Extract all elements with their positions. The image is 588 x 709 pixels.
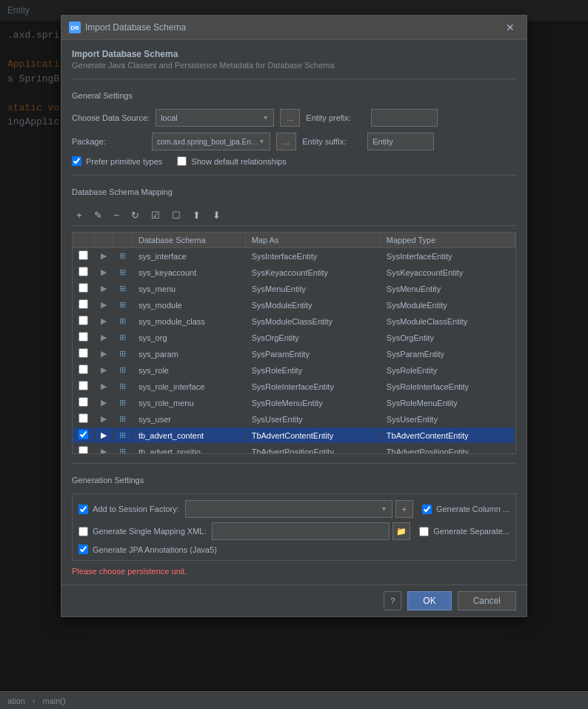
row-checkbox-cell[interactable] <box>73 395 95 411</box>
row-expand-cell[interactable]: ▶ <box>95 346 113 362</box>
row-checkbox-cell[interactable] <box>73 346 95 362</box>
entity-suffix-input[interactable] <box>367 133 434 150</box>
gen-separate-checkbox[interactable] <box>419 527 429 536</box>
row-expand-cell[interactable]: ▶ <box>95 281 113 297</box>
row-checkbox-cell[interactable] <box>73 330 95 346</box>
gen-separate-checkbox-label[interactable]: Generate Separate... <box>419 527 510 536</box>
row-checkbox[interactable] <box>78 397 88 407</box>
row-checkbox-cell[interactable] <box>73 362 95 379</box>
table-row[interactable]: ▶ ⊞ sys_menu SysMenuEntity SysMenuEntity <box>73 281 515 297</box>
th-mapas: Map As <box>245 233 380 248</box>
gen-column-checkbox-label[interactable]: Generate Column ... <box>422 505 510 514</box>
row-checkbox[interactable] <box>78 446 88 454</box>
row-expand-cell[interactable]: ▶ <box>95 313 113 330</box>
move-down-btn[interactable]: ⬇ <box>208 208 225 222</box>
row-checkbox[interactable] <box>78 413 88 423</box>
table-row[interactable]: ▶ ⊞ sys_org SysOrgEntity SysOrgEntity <box>73 330 515 346</box>
row-checkbox-cell[interactable] <box>73 248 95 264</box>
row-checkbox-cell[interactable] <box>73 379 95 395</box>
table-row[interactable]: ▶ ⊞ sys_module SysModuleEntity SysModule… <box>73 297 515 313</box>
help-button[interactable]: ? <box>384 591 401 610</box>
refresh-btn[interactable]: ↻ <box>127 208 144 222</box>
gen-single-checkbox[interactable] <box>78 527 88 536</box>
data-source-browse-btn[interactable]: ... <box>280 109 300 127</box>
row-expand-cell[interactable]: ▶ <box>95 444 113 455</box>
row-expand-cell[interactable]: ▶ <box>95 395 113 411</box>
session-add-btn[interactable]: + <box>395 500 413 518</box>
row-expand-cell[interactable]: ▶ <box>95 427 113 444</box>
table-row[interactable]: ▶ ⊞ sys_role_interface SysRoleInterfaceE… <box>73 379 515 395</box>
row-checkbox-cell[interactable] <box>73 427 95 444</box>
row-checkbox[interactable] <box>78 332 88 342</box>
row-expand-cell[interactable]: ▶ <box>95 411 113 427</box>
gen-settings-section: Add to Session Factory: ▼ + Generate Col… <box>72 493 516 561</box>
table-row[interactable]: ▶ ⊞ sys_keyaccount SysKeyaccountEntity S… <box>73 264 515 281</box>
table-row[interactable]: ▶ ⊞ sys_role SysRoleEntity SysRoleEntity <box>73 362 515 379</box>
table-toolbar: + ✎ − ↻ ☑ ☐ ⬆ ⬇ <box>72 205 516 226</box>
row-checkbox-cell[interactable] <box>73 444 95 455</box>
row-schema: sys_keyaccount <box>133 264 246 281</box>
remove-btn[interactable]: − <box>110 208 124 222</box>
row-mapas: SysKeyaccountEntity <box>245 264 380 281</box>
table-row[interactable]: ▶ ⊞ tb_advert_positio TbAdvertPositionEn… <box>73 444 515 455</box>
row-checkbox-cell[interactable] <box>73 411 95 427</box>
package-label: Package: <box>72 137 146 146</box>
row-schema: sys_role_interface <box>133 379 246 395</box>
row-checkbox-cell[interactable] <box>73 281 95 297</box>
close-button[interactable]: ✕ <box>501 20 519 35</box>
row-checkbox[interactable] <box>78 316 88 325</box>
row-checkbox[interactable] <box>78 250 88 260</box>
check-all-btn[interactable]: ☑ <box>147 208 164 222</box>
prefer-primitive-checkbox[interactable] <box>72 156 81 166</box>
gen-settings-label: Generation Settings <box>72 476 516 485</box>
data-source-combo[interactable]: local ▼ <box>156 109 274 127</box>
gen-column-checkbox[interactable] <box>422 505 432 514</box>
row-checkbox-cell[interactable] <box>73 297 95 313</box>
row-expand-cell[interactable]: ▶ <box>95 248 113 264</box>
package-browse-btn[interactable]: ... <box>276 133 296 150</box>
row-expand-cell[interactable]: ▶ <box>95 362 113 379</box>
table-row[interactable]: ▶ ⊞ tb_advert_content TbAdvertContentEnt… <box>73 427 515 444</box>
row-checkbox[interactable] <box>78 365 88 374</box>
cancel-button[interactable]: Cancel <box>458 591 516 610</box>
table-row[interactable]: ▶ ⊞ sys_param SysParamEntity SysParamEnt… <box>73 346 515 362</box>
table-row[interactable]: ▶ ⊞ sys_role_menu SysRoleMenuEntity SysR… <box>73 395 515 411</box>
row-checkbox[interactable] <box>78 348 88 358</box>
row-checkbox[interactable] <box>78 283 88 293</box>
session-combo[interactable]: ▼ <box>185 500 392 518</box>
edit-btn[interactable]: ✎ <box>90 208 107 222</box>
single-mapping-browse-btn[interactable]: 📁 <box>392 522 410 540</box>
table-row[interactable]: ▶ ⊞ sys_interface SysInterfaceEntity Sys… <box>73 248 515 264</box>
move-up-btn[interactable]: ⬆ <box>188 208 205 222</box>
show-default-rel-checkbox[interactable] <box>177 156 187 166</box>
show-default-rel-checkbox-label[interactable]: Show default relationships <box>177 156 286 166</box>
row-checkbox[interactable] <box>78 267 88 276</box>
add-session-checkbox[interactable] <box>78 505 88 514</box>
table-icon: ⊞ <box>119 430 126 439</box>
row-expand-cell[interactable]: ▶ <box>95 264 113 281</box>
gen-jpa-checkbox-label[interactable]: Generate JPA Annotations (Java5) <box>78 545 217 554</box>
general-settings-label: General Settings <box>72 91 516 100</box>
add-session-checkbox-label[interactable]: Add to Session Factory: <box>78 505 179 514</box>
row-checkbox[interactable] <box>78 299 88 309</box>
row-expand-cell[interactable]: ▶ <box>95 379 113 395</box>
row-expand-cell[interactable]: ▶ <box>95 330 113 346</box>
row-expand-cell[interactable]: ▶ <box>95 297 113 313</box>
row-checkbox[interactable] <box>78 430 88 439</box>
show-default-rel-label: Show default relationships <box>191 157 286 166</box>
table-row[interactable]: ▶ ⊞ sys_user SysUserEntity SysUserEntity <box>73 411 515 427</box>
single-mapping-input[interactable] <box>212 522 390 540</box>
row-checkbox-cell[interactable] <box>73 313 95 330</box>
add-btn[interactable]: + <box>72 208 87 222</box>
package-combo[interactable]: com.axd.spring_boot_jpa.Entity ▼ <box>152 133 270 150</box>
table-row[interactable]: ▶ ⊞ sys_module_class SysModuleClassEntit… <box>73 313 515 330</box>
gen-single-checkbox-label[interactable]: Generate Single Mapping XML: <box>78 527 206 536</box>
row-schema: sys_module <box>133 297 246 313</box>
row-checkbox[interactable] <box>78 381 88 390</box>
gen-jpa-checkbox[interactable] <box>78 545 88 554</box>
prefer-primitive-checkbox-label[interactable]: Prefer primitive types <box>72 156 162 166</box>
row-checkbox-cell[interactable] <box>73 264 95 281</box>
uncheck-all-btn[interactable]: ☐ <box>167 208 185 222</box>
entity-prefix-input[interactable] <box>371 109 438 127</box>
ok-button[interactable]: OK <box>407 591 451 610</box>
